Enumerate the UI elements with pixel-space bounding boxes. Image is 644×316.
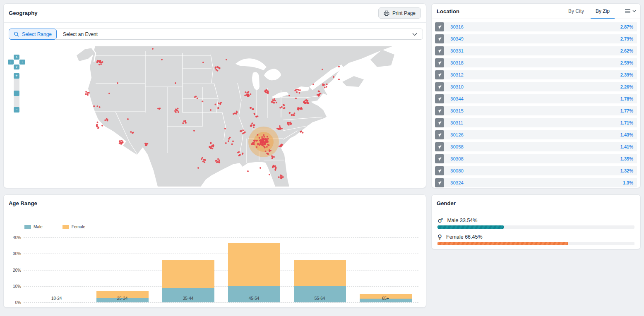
map-dot xyxy=(229,136,231,138)
map-dot xyxy=(240,130,242,132)
navigate-icon[interactable] xyxy=(435,154,444,163)
navigate-icon[interactable] xyxy=(435,70,444,79)
map-dot xyxy=(263,134,264,136)
navigate-icon[interactable] xyxy=(435,166,444,175)
zip-link[interactable]: 30126 xyxy=(450,132,464,137)
gender-panel: Gender ♂ Male 33.54% ♀ Female 66.45% xyxy=(431,194,641,249)
map-dot xyxy=(202,62,204,63)
pan-up-button[interactable]: ∧ xyxy=(14,55,19,60)
zoom-slider-track[interactable]: + − xyxy=(14,73,19,113)
map-dot xyxy=(283,104,285,106)
map-dot xyxy=(265,91,267,93)
map-dot xyxy=(212,146,214,147)
navigate-icon[interactable] xyxy=(435,118,444,127)
map-dot xyxy=(259,144,260,146)
event-select[interactable]: Select an Event xyxy=(54,29,423,40)
pan-left-button[interactable]: ‹ xyxy=(8,60,14,65)
zoom-out-button[interactable]: − xyxy=(14,107,19,113)
navigate-icon[interactable] xyxy=(435,130,444,139)
map-dot xyxy=(87,93,88,95)
location-row[interactable]: 30349 2.79% xyxy=(435,34,637,43)
zoom-in-button[interactable]: + xyxy=(14,73,19,79)
location-header: Location By City By Zip xyxy=(432,4,640,19)
navigate-icon[interactable] xyxy=(435,34,444,43)
map-dot xyxy=(210,109,211,111)
location-row[interactable]: 30316 2.87% xyxy=(435,22,637,31)
map-dot xyxy=(300,108,302,109)
zip-link[interactable]: 30316 xyxy=(450,24,464,29)
zip-link[interactable]: 30344 xyxy=(450,96,464,101)
location-row[interactable]: 30126 1.43% xyxy=(435,130,637,139)
location-row[interactable]: 30312 2.39% xyxy=(435,70,637,79)
location-row[interactable]: 30315 1.77% xyxy=(435,106,637,115)
map-dot xyxy=(232,141,234,142)
location-row[interactable]: 30331 2.62% xyxy=(435,46,637,55)
zip-link[interactable]: 30349 xyxy=(450,36,464,41)
location-row[interactable]: 30344 1.78% xyxy=(435,94,637,103)
male-row: ♂ Male 33.54% xyxy=(437,217,634,224)
female-icon: ♀ xyxy=(437,233,442,241)
location-row[interactable]: 30308 1.35% xyxy=(435,154,637,163)
navigate-icon[interactable] xyxy=(435,106,444,115)
zip-link[interactable]: 30324 xyxy=(450,180,464,185)
map-dot xyxy=(219,68,220,69)
navigate-icon[interactable] xyxy=(435,178,444,187)
select-range-button[interactable]: Select Range xyxy=(9,29,57,40)
map-dot xyxy=(250,107,252,109)
map-dot xyxy=(144,143,146,144)
navigate-icon[interactable] xyxy=(435,58,444,67)
x-axis-label: 18-24 xyxy=(51,296,62,301)
zip-link[interactable]: 30331 xyxy=(450,48,464,53)
navigate-icon[interactable] xyxy=(435,22,444,31)
map-dot xyxy=(322,84,324,85)
map-dot xyxy=(278,176,280,178)
map-dot xyxy=(260,167,261,169)
tab-by-city[interactable]: By City xyxy=(568,8,584,14)
pan-right-button[interactable]: › xyxy=(19,60,25,65)
geography-title: Geography xyxy=(9,10,38,16)
zoom-slider-handle[interactable] xyxy=(14,91,19,96)
navigate-icon[interactable] xyxy=(435,82,444,91)
map-dot xyxy=(231,143,233,145)
location-row[interactable]: 30310 2.26% xyxy=(435,82,637,91)
female-bar-track xyxy=(437,242,634,245)
map-dot xyxy=(245,91,246,93)
zip-link[interactable]: 30310 xyxy=(450,84,464,89)
location-row[interactable]: 30318 2.59% xyxy=(435,58,637,67)
zip-link[interactable]: 30080 xyxy=(450,168,464,173)
map-canvas[interactable] xyxy=(74,44,424,187)
map-dot xyxy=(243,132,245,134)
map-dot xyxy=(238,155,240,156)
zip-link[interactable]: 30312 xyxy=(450,72,464,77)
map-dot xyxy=(97,127,99,129)
tab-by-zip[interactable]: By Zip xyxy=(596,8,610,14)
navigate-icon[interactable] xyxy=(435,94,444,103)
map-dot xyxy=(281,144,283,146)
navigate-icon[interactable] xyxy=(435,46,444,55)
location-menu-button[interactable] xyxy=(625,9,636,14)
location-row[interactable]: 30311 1.71% xyxy=(435,118,637,127)
print-page-button[interactable]: Print Page xyxy=(378,7,421,19)
zip-link[interactable]: 30315 xyxy=(450,108,464,113)
map-dot xyxy=(276,102,277,103)
location-row[interactable]: 30080 1.32% xyxy=(435,166,637,175)
zip-link[interactable]: 30058 xyxy=(450,144,464,149)
pan-down-button[interactable]: ∨ xyxy=(14,65,19,69)
map-dot xyxy=(252,108,254,110)
zip-link[interactable]: 30308 xyxy=(450,156,464,161)
location-row[interactable]: 30324 1.3% xyxy=(435,178,637,187)
map-dot xyxy=(299,89,301,91)
map-dot xyxy=(302,132,303,134)
map-dot xyxy=(193,130,195,132)
location-row[interactable]: 30058 1.41% xyxy=(435,142,637,151)
zip-link[interactable]: 30311 xyxy=(450,120,463,125)
map-dot xyxy=(281,106,283,108)
zip-link[interactable]: 30318 xyxy=(450,60,464,65)
gridline xyxy=(24,270,418,271)
map-dot xyxy=(197,98,198,99)
navigate-icon[interactable] xyxy=(435,142,444,151)
map-dot xyxy=(267,93,269,94)
map-dot xyxy=(264,144,266,145)
map-dot xyxy=(176,110,178,111)
map-dot xyxy=(263,136,265,138)
